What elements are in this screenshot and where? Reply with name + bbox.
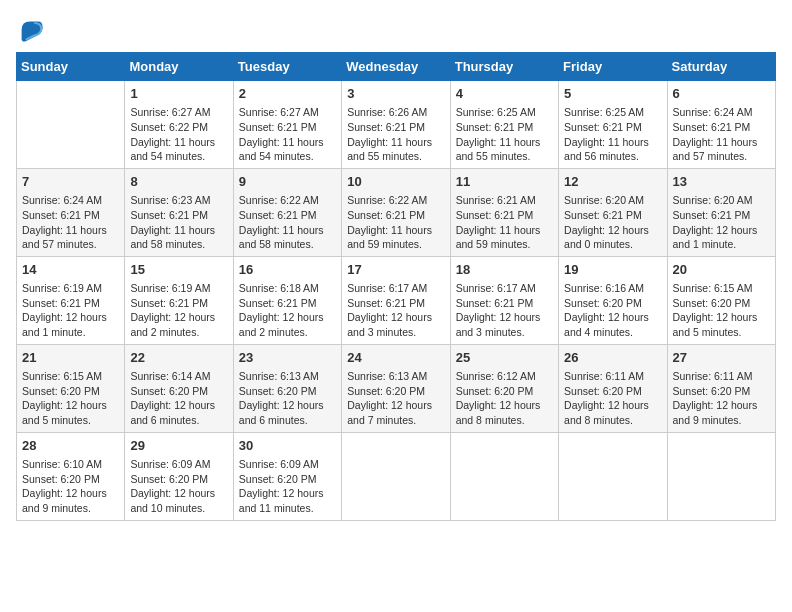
calendar-cell: 17Sunrise: 6:17 AM Sunset: 6:21 PM Dayli… — [342, 256, 450, 344]
day-info: Sunrise: 6:21 AM Sunset: 6:21 PM Dayligh… — [456, 193, 553, 252]
day-info: Sunrise: 6:15 AM Sunset: 6:20 PM Dayligh… — [22, 369, 119, 428]
day-info: Sunrise: 6:18 AM Sunset: 6:21 PM Dayligh… — [239, 281, 336, 340]
page-header — [16, 16, 776, 44]
calendar-cell: 22Sunrise: 6:14 AM Sunset: 6:20 PM Dayli… — [125, 344, 233, 432]
day-number: 11 — [456, 173, 553, 191]
day-info: Sunrise: 6:24 AM Sunset: 6:21 PM Dayligh… — [22, 193, 119, 252]
calendar-cell: 14Sunrise: 6:19 AM Sunset: 6:21 PM Dayli… — [17, 256, 125, 344]
day-number: 16 — [239, 261, 336, 279]
day-info: Sunrise: 6:20 AM Sunset: 6:21 PM Dayligh… — [673, 193, 770, 252]
calendar-cell — [667, 432, 775, 520]
day-number: 13 — [673, 173, 770, 191]
day-info: Sunrise: 6:22 AM Sunset: 6:21 PM Dayligh… — [239, 193, 336, 252]
day-info: Sunrise: 6:19 AM Sunset: 6:21 PM Dayligh… — [130, 281, 227, 340]
day-info: Sunrise: 6:12 AM Sunset: 6:20 PM Dayligh… — [456, 369, 553, 428]
day-info: Sunrise: 6:09 AM Sunset: 6:20 PM Dayligh… — [239, 457, 336, 516]
day-info: Sunrise: 6:13 AM Sunset: 6:20 PM Dayligh… — [347, 369, 444, 428]
calendar-cell: 26Sunrise: 6:11 AM Sunset: 6:20 PM Dayli… — [559, 344, 667, 432]
calendar-cell: 1Sunrise: 6:27 AM Sunset: 6:22 PM Daylig… — [125, 81, 233, 169]
day-number: 10 — [347, 173, 444, 191]
day-number: 17 — [347, 261, 444, 279]
day-info: Sunrise: 6:27 AM Sunset: 6:22 PM Dayligh… — [130, 105, 227, 164]
calendar-cell: 19Sunrise: 6:16 AM Sunset: 6:20 PM Dayli… — [559, 256, 667, 344]
calendar-cell: 12Sunrise: 6:20 AM Sunset: 6:21 PM Dayli… — [559, 168, 667, 256]
calendar-header-row: SundayMondayTuesdayWednesdayThursdayFrid… — [17, 53, 776, 81]
day-number: 28 — [22, 437, 119, 455]
day-number: 14 — [22, 261, 119, 279]
day-number: 1 — [130, 85, 227, 103]
calendar-week-row: 1Sunrise: 6:27 AM Sunset: 6:22 PM Daylig… — [17, 81, 776, 169]
day-number: 27 — [673, 349, 770, 367]
day-number: 26 — [564, 349, 661, 367]
day-info: Sunrise: 6:17 AM Sunset: 6:21 PM Dayligh… — [456, 281, 553, 340]
calendar-cell: 13Sunrise: 6:20 AM Sunset: 6:21 PM Dayli… — [667, 168, 775, 256]
day-number: 8 — [130, 173, 227, 191]
day-number: 18 — [456, 261, 553, 279]
day-info: Sunrise: 6:17 AM Sunset: 6:21 PM Dayligh… — [347, 281, 444, 340]
calendar-cell: 8Sunrise: 6:23 AM Sunset: 6:21 PM Daylig… — [125, 168, 233, 256]
calendar-cell: 20Sunrise: 6:15 AM Sunset: 6:20 PM Dayli… — [667, 256, 775, 344]
logo-icon — [16, 16, 44, 44]
day-info: Sunrise: 6:11 AM Sunset: 6:20 PM Dayligh… — [564, 369, 661, 428]
calendar-cell: 10Sunrise: 6:22 AM Sunset: 6:21 PM Dayli… — [342, 168, 450, 256]
day-number: 25 — [456, 349, 553, 367]
day-number: 4 — [456, 85, 553, 103]
day-info: Sunrise: 6:19 AM Sunset: 6:21 PM Dayligh… — [22, 281, 119, 340]
day-info: Sunrise: 6:16 AM Sunset: 6:20 PM Dayligh… — [564, 281, 661, 340]
day-number: 5 — [564, 85, 661, 103]
day-number: 23 — [239, 349, 336, 367]
logo — [16, 16, 46, 44]
day-number: 9 — [239, 173, 336, 191]
day-info: Sunrise: 6:23 AM Sunset: 6:21 PM Dayligh… — [130, 193, 227, 252]
day-info: Sunrise: 6:13 AM Sunset: 6:20 PM Dayligh… — [239, 369, 336, 428]
calendar-cell: 7Sunrise: 6:24 AM Sunset: 6:21 PM Daylig… — [17, 168, 125, 256]
calendar-week-row: 21Sunrise: 6:15 AM Sunset: 6:20 PM Dayli… — [17, 344, 776, 432]
calendar-table: SundayMondayTuesdayWednesdayThursdayFrid… — [16, 52, 776, 521]
day-number: 7 — [22, 173, 119, 191]
calendar-cell: 21Sunrise: 6:15 AM Sunset: 6:20 PM Dayli… — [17, 344, 125, 432]
day-number: 22 — [130, 349, 227, 367]
day-number: 19 — [564, 261, 661, 279]
header-day-wednesday: Wednesday — [342, 53, 450, 81]
calendar-cell: 30Sunrise: 6:09 AM Sunset: 6:20 PM Dayli… — [233, 432, 341, 520]
day-number: 29 — [130, 437, 227, 455]
day-number: 2 — [239, 85, 336, 103]
calendar-cell — [17, 81, 125, 169]
day-info: Sunrise: 6:24 AM Sunset: 6:21 PM Dayligh… — [673, 105, 770, 164]
calendar-cell: 4Sunrise: 6:25 AM Sunset: 6:21 PM Daylig… — [450, 81, 558, 169]
calendar-cell: 25Sunrise: 6:12 AM Sunset: 6:20 PM Dayli… — [450, 344, 558, 432]
calendar-cell: 28Sunrise: 6:10 AM Sunset: 6:20 PM Dayli… — [17, 432, 125, 520]
calendar-cell: 24Sunrise: 6:13 AM Sunset: 6:20 PM Dayli… — [342, 344, 450, 432]
calendar-cell: 6Sunrise: 6:24 AM Sunset: 6:21 PM Daylig… — [667, 81, 775, 169]
calendar-cell: 3Sunrise: 6:26 AM Sunset: 6:21 PM Daylig… — [342, 81, 450, 169]
header-day-monday: Monday — [125, 53, 233, 81]
calendar-cell: 11Sunrise: 6:21 AM Sunset: 6:21 PM Dayli… — [450, 168, 558, 256]
header-day-thursday: Thursday — [450, 53, 558, 81]
day-number: 3 — [347, 85, 444, 103]
day-info: Sunrise: 6:09 AM Sunset: 6:20 PM Dayligh… — [130, 457, 227, 516]
day-info: Sunrise: 6:25 AM Sunset: 6:21 PM Dayligh… — [456, 105, 553, 164]
calendar-cell: 18Sunrise: 6:17 AM Sunset: 6:21 PM Dayli… — [450, 256, 558, 344]
day-info: Sunrise: 6:25 AM Sunset: 6:21 PM Dayligh… — [564, 105, 661, 164]
day-info: Sunrise: 6:27 AM Sunset: 6:21 PM Dayligh… — [239, 105, 336, 164]
day-number: 21 — [22, 349, 119, 367]
day-number: 20 — [673, 261, 770, 279]
calendar-week-row: 28Sunrise: 6:10 AM Sunset: 6:20 PM Dayli… — [17, 432, 776, 520]
day-info: Sunrise: 6:11 AM Sunset: 6:20 PM Dayligh… — [673, 369, 770, 428]
day-info: Sunrise: 6:22 AM Sunset: 6:21 PM Dayligh… — [347, 193, 444, 252]
calendar-cell: 2Sunrise: 6:27 AM Sunset: 6:21 PM Daylig… — [233, 81, 341, 169]
calendar-cell: 23Sunrise: 6:13 AM Sunset: 6:20 PM Dayli… — [233, 344, 341, 432]
calendar-cell — [450, 432, 558, 520]
calendar-week-row: 7Sunrise: 6:24 AM Sunset: 6:21 PM Daylig… — [17, 168, 776, 256]
day-info: Sunrise: 6:20 AM Sunset: 6:21 PM Dayligh… — [564, 193, 661, 252]
day-number: 15 — [130, 261, 227, 279]
calendar-cell: 29Sunrise: 6:09 AM Sunset: 6:20 PM Dayli… — [125, 432, 233, 520]
calendar-cell: 16Sunrise: 6:18 AM Sunset: 6:21 PM Dayli… — [233, 256, 341, 344]
calendar-cell: 15Sunrise: 6:19 AM Sunset: 6:21 PM Dayli… — [125, 256, 233, 344]
calendar-cell — [559, 432, 667, 520]
day-number: 6 — [673, 85, 770, 103]
day-info: Sunrise: 6:15 AM Sunset: 6:20 PM Dayligh… — [673, 281, 770, 340]
calendar-cell — [342, 432, 450, 520]
day-info: Sunrise: 6:26 AM Sunset: 6:21 PM Dayligh… — [347, 105, 444, 164]
calendar-cell: 5Sunrise: 6:25 AM Sunset: 6:21 PM Daylig… — [559, 81, 667, 169]
